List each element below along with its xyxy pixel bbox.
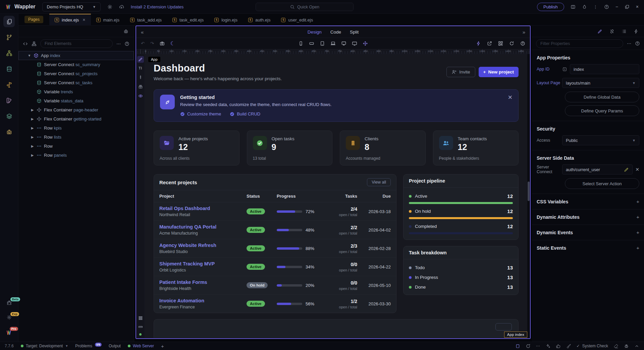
section-static-events[interactable]: Static Events+ bbox=[537, 240, 639, 251]
define-query-params-button[interactable]: Define Query Params bbox=[565, 105, 639, 116]
components-tool-icon[interactable] bbox=[138, 84, 143, 89]
activity-layers[interactable] bbox=[3, 110, 15, 122]
extension-updates-link[interactable]: Install 2 Extension Updates bbox=[131, 4, 184, 9]
debug-icon[interactable] bbox=[624, 344, 629, 349]
server-connect-field[interactable]: auth/current_user bbox=[562, 164, 633, 174]
tree-item[interactable]: Variable trends bbox=[18, 87, 134, 96]
system-check-button[interactable]: ✓ System Check bbox=[577, 344, 608, 348]
define-global-data-button[interactable]: Define Global Data bbox=[565, 92, 639, 102]
expander-icon[interactable]: ▶ bbox=[31, 117, 34, 121]
pages-button[interactable]: Pages bbox=[24, 16, 43, 23]
project-link[interactable]: Shipment Tracking MVP bbox=[159, 261, 215, 266]
edit-icon[interactable] bbox=[624, 167, 629, 172]
activity-puzzle[interactable]: Beta bbox=[7, 300, 12, 306]
more-options-icon[interactable]: ⋯ bbox=[627, 41, 631, 46]
visibility-tool-icon[interactable] bbox=[138, 94, 143, 98]
project-link[interactable]: Agency Website Refresh bbox=[159, 243, 216, 248]
tree-item[interactable]: ▶Row panels bbox=[18, 151, 134, 160]
tree-item[interactable]: Variable status_data bbox=[18, 96, 134, 105]
activity-node-tree[interactable] bbox=[3, 47, 15, 59]
fluid-viewport-icon[interactable] bbox=[363, 41, 368, 46]
collapse-right-icon[interactable]: » bbox=[523, 29, 525, 35]
tab-design[interactable]: Design bbox=[308, 30, 322, 35]
project-link[interactable]: Invoice Automation bbox=[159, 298, 204, 303]
ruler-toggle-icon[interactable] bbox=[138, 324, 143, 329]
unlink-icon[interactable] bbox=[609, 29, 614, 34]
activity-pages[interactable] bbox=[3, 16, 15, 27]
app-id-field[interactable]: index bbox=[570, 64, 639, 74]
split-layout-icon[interactable] bbox=[571, 4, 576, 9]
close-button[interactable]: × bbox=[636, 4, 639, 9]
filter-properties-input[interactable] bbox=[536, 39, 623, 48]
sparkles-icon[interactable] bbox=[545, 344, 550, 349]
help-icon[interactable] bbox=[520, 41, 525, 46]
undo-icon[interactable]: ↶ bbox=[141, 41, 145, 46]
plus-icon[interactable]: + bbox=[636, 245, 639, 251]
edit-properties-icon[interactable] bbox=[597, 29, 602, 34]
banner-link[interactable]: Build CRUD bbox=[230, 111, 260, 116]
plus-icon[interactable]: + bbox=[636, 214, 639, 220]
kebab-menu-icon[interactable]: ⋮ bbox=[593, 4, 598, 9]
web-server-button[interactable]: Web Server bbox=[128, 344, 154, 348]
expander-icon[interactable]: ▶ bbox=[31, 153, 34, 157]
scrollbar-thumb[interactable] bbox=[528, 182, 530, 201]
activity-robot[interactable] bbox=[3, 126, 15, 138]
large-desktop-viewport-icon[interactable] bbox=[352, 41, 357, 46]
activity-wappler-mark[interactable]: Pro bbox=[6, 330, 12, 337]
desktop-viewport-icon[interactable] bbox=[341, 41, 346, 46]
banner-link[interactable]: Customize theme bbox=[180, 111, 221, 116]
tab-code[interactable]: Code bbox=[330, 30, 341, 35]
partial-button[interactable] bbox=[495, 323, 512, 331]
feedback-icon[interactable] bbox=[556, 344, 561, 349]
access-select[interactable]: Public▼ bbox=[562, 135, 639, 145]
section-css-variables[interactable]: CSS Variables+ bbox=[537, 194, 639, 204]
events-icon[interactable] bbox=[634, 29, 639, 34]
dark-mode-icon[interactable]: ☾ bbox=[170, 40, 175, 47]
plus-icon[interactable]: + bbox=[636, 199, 639, 204]
expander-icon[interactable]: ▶ bbox=[31, 144, 34, 148]
layout-page-select[interactable]: layouts/main▼ bbox=[562, 78, 639, 88]
plus-icon[interactable]: + bbox=[636, 230, 639, 235]
tree-item[interactable]: Server Connect sc_summary bbox=[18, 60, 134, 69]
expander-icon[interactable]: ▶ bbox=[31, 108, 34, 112]
structure-icon[interactable] bbox=[32, 41, 37, 46]
phone-landscape-viewport-icon[interactable] bbox=[309, 41, 314, 46]
edit-tool-icon[interactable] bbox=[137, 56, 144, 63]
theme-drop-icon[interactable] bbox=[582, 4, 587, 9]
code-view-icon[interactable] bbox=[23, 41, 28, 46]
tree-item[interactable]: Server Connect sc_tasks bbox=[18, 78, 134, 87]
activity-palette[interactable] bbox=[3, 95, 15, 106]
view-all-button[interactable]: View all bbox=[367, 178, 391, 186]
editor-tab[interactable]: 5index.ejs× bbox=[49, 14, 91, 25]
more-options-icon[interactable]: ⋯ bbox=[116, 41, 121, 46]
cleanup-icon[interactable] bbox=[566, 344, 571, 349]
tablet-viewport-icon[interactable] bbox=[320, 41, 325, 46]
activity-database[interactable] bbox=[3, 63, 15, 74]
problems-button[interactable]: Problems 0/6 bbox=[75, 344, 102, 348]
ai-assistant-icon[interactable] bbox=[123, 29, 128, 34]
device-preview-icon[interactable] bbox=[515, 344, 520, 349]
laptop-viewport-icon[interactable] bbox=[331, 41, 336, 46]
editor-tab[interactable]: 5main.ejs bbox=[91, 14, 125, 25]
info-icon[interactable] bbox=[562, 67, 567, 72]
editor-tab[interactable]: 5task_add.ejs bbox=[125, 14, 167, 25]
open-in-browser-icon[interactable] bbox=[487, 41, 492, 46]
chevron-up-icon[interactable] bbox=[634, 344, 639, 349]
output-button[interactable]: Output bbox=[109, 344, 121, 348]
screenshot-icon[interactable] bbox=[160, 41, 165, 46]
section-dynamic-attributes[interactable]: Dynamic Attributes+ bbox=[537, 209, 639, 220]
actions-icon[interactable] bbox=[476, 41, 481, 46]
tab-split[interactable]: Split bbox=[350, 30, 359, 35]
redo-icon[interactable]: ↷ bbox=[150, 41, 154, 46]
section-dynamic-events[interactable]: Dynamic Events+ bbox=[537, 225, 639, 235]
tree-item[interactable]: ▶Row lists bbox=[18, 133, 134, 142]
tree-item[interactable]: ▶Row kpis bbox=[18, 123, 134, 133]
activity-gear[interactable]: Exp bbox=[7, 315, 12, 321]
editor-tab[interactable]: 5user_edit.ejs bbox=[276, 14, 318, 25]
refresh-icon[interactable] bbox=[509, 41, 514, 46]
target-selector[interactable]: Target: Development ▼ bbox=[21, 344, 68, 348]
tree-item[interactable]: ▶Flex Container getting-started bbox=[18, 114, 134, 123]
minimize-button[interactable]: − bbox=[615, 4, 618, 9]
quick-open-search[interactable]: Quick Open bbox=[256, 3, 354, 11]
project-link[interactable]: Manufacturing QA Portal bbox=[159, 224, 216, 230]
